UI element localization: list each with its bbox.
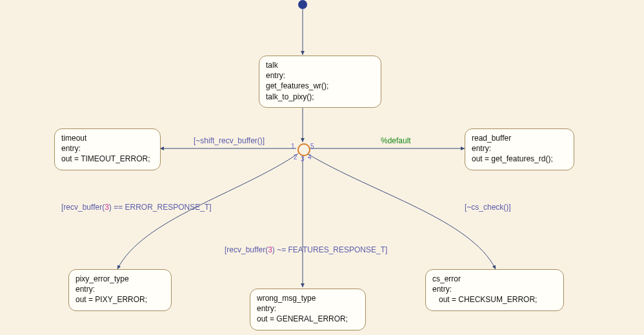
state-read-buffer-entry-kw: entry: [472,143,567,154]
state-wrong-name: wrong_msg_type [257,293,359,303]
initial-state[interactable] [298,0,307,9]
label-features-response-pre: [recv_buffer( [225,245,268,254]
label-features-response-idx: 3 [268,245,272,254]
state-timeout-name: timeout [61,133,154,143]
state-cs-name: cs_error [432,274,557,284]
state-read-buffer-action: out = get_features_rd(); [472,154,567,164]
label-default: %default [381,136,411,145]
state-pixy-error-type[interactable]: pixy_error_type entry: out = PIXY_ERROR; [68,269,172,311]
state-wrong-msg-type[interactable]: wrong_msg_type entry: out = GENERAL_ERRO… [250,289,366,330]
state-timeout-action: out = TIMEOUT_ERROR; [61,154,154,164]
label-cs-check: [~cs_check()] [465,203,511,212]
state-talk-name: talk [266,60,374,70]
state-read-buffer[interactable]: read_buffer entry: out = get_features_rd… [465,128,574,170]
state-timeout[interactable]: timeout entry: out = TIMEOUT_ERROR; [54,128,161,170]
junction-port-5: 5 [310,143,314,150]
label-error-response-post: ) == ERROR_RESPONSE_T] [109,203,212,212]
state-wrong-entry-kw: entry: [257,303,359,314]
state-wrong-action: out = GENERAL_ERROR; [257,314,359,324]
state-talk-action-1: talk_to_pixy(); [266,92,374,102]
state-cs-action: out = CHECKSUM_ERROR; [432,294,557,305]
state-cs-entry-kw: entry: [432,284,557,294]
label-error-response-idx: 3 [105,203,109,212]
label-features-response: [recv_buffer(3) ~= FEATURES_RESPONSE_T] [225,245,387,254]
label-features-response-post: ) ~= FEATURES_RESPONSE_T] [272,245,388,254]
junction-port-4: 4 [308,154,312,161]
junction-port-3: 3 [301,156,305,163]
state-read-buffer-name: read_buffer [472,133,567,143]
state-cs-error[interactable]: cs_error entry: out = CHECKSUM_ERROR; [425,269,564,311]
label-error-response-pre: [recv_buffer( [61,203,105,212]
state-timeout-entry-kw: entry: [61,143,154,154]
state-talk[interactable]: talk entry: get_features_wr(); talk_to_p… [259,56,381,108]
state-pixy-name: pixy_error_type [75,274,165,284]
label-shift-recv-buffer: [~shift_recv_buffer()] [194,136,265,145]
state-talk-action-0: get_features_wr(); [266,81,374,91]
state-pixy-action: out = PIXY_ERROR; [75,294,165,305]
state-pixy-entry-kw: entry: [75,284,165,294]
junction-port-2: 2 [294,154,297,161]
label-error-response: [recv_buffer(3) == ERROR_RESPONSE_T] [61,203,212,212]
state-talk-entry-kw: entry: [266,70,374,81]
junction-port-1: 1 [291,143,295,150]
